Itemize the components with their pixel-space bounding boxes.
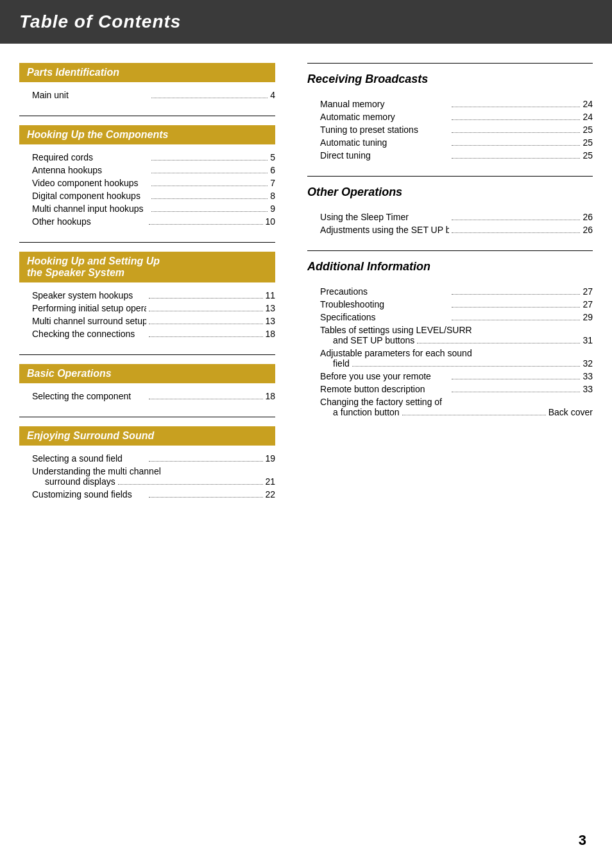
dots	[149, 324, 263, 324]
section-header-speaker: Hooking Up and Setting Upthe Speaker Sys…	[19, 252, 275, 282]
entry-text: Video component hookups	[32, 178, 149, 188]
toc-entry-required-cords: Required cords 5	[19, 152, 275, 162]
entry-text: Manual memory	[320, 99, 449, 109]
page-num: 21	[266, 476, 276, 487]
section-receiving-broadcasts: Receiving Broadcasts Manual memory 24 Au…	[307, 73, 593, 161]
page-num: 24	[582, 99, 593, 109]
entry-text: Customizing sound fields	[32, 489, 146, 499]
section-other-operations: Other Operations Using the Sleep Timer 2…	[307, 186, 593, 235]
section-header-other-ops: Other Operations	[307, 186, 593, 204]
page-num: 18	[266, 391, 276, 401]
entry-text: Digital component hookups	[32, 191, 149, 201]
section-header-additional: Additional Information	[307, 260, 593, 279]
continuation-text: a function button	[333, 407, 400, 417]
section-title-hooking: Hooking Up the Components	[27, 129, 268, 141]
toc-entry-factory-setting: Changing the factory setting of a functi…	[307, 397, 593, 417]
section-additional-info: Additional Information Precautions 27 Tr…	[307, 260, 593, 417]
toc-entry-manual-memory: Manual memory 24	[307, 99, 593, 109]
toc-entry-setup-button: Adjustments using the SET UP button 26	[307, 225, 593, 235]
toc-entry-other-hookups: Other hookups 10	[19, 216, 275, 227]
page-num: 5	[270, 152, 275, 162]
entry-text: Direct tuning	[320, 150, 449, 161]
divider	[19, 116, 275, 116]
entry-text: Required cords	[32, 152, 149, 162]
entry-text: Changing the factory setting of	[320, 397, 593, 407]
page-num: 33	[582, 384, 593, 394]
page-num: 24	[582, 112, 593, 122]
page-num: 31	[582, 335, 593, 345]
dots	[452, 307, 581, 308]
toc-entry-auto-memory: Automatic memory 24	[307, 112, 593, 122]
dots	[151, 186, 268, 186]
toc-entry-checking-connections: Checking the connections 18	[19, 329, 275, 339]
dots	[149, 336, 263, 337]
toc-entry-remote-button: Remote button description 33	[307, 384, 593, 394]
section-header-receiving: Receiving Broadcasts	[307, 73, 593, 91]
section-speaker-system: Hooking Up and Setting Upthe Speaker Sys…	[19, 252, 275, 339]
dots	[149, 298, 263, 299]
page-num: 27	[582, 286, 593, 297]
continuation-text: field	[333, 358, 350, 369]
page-num: 10	[266, 216, 276, 227]
right-column: Receiving Broadcasts Manual memory 24 Au…	[294, 63, 593, 515]
divider	[19, 354, 275, 355]
toc-entry-specifications: Specifications 29	[307, 312, 593, 322]
title-bar: Table of Contents	[0, 0, 612, 44]
toc-entry-multichannel-input: Multi channel input hookups 9	[19, 204, 275, 214]
toc-entry-troubleshooting: Troubleshooting 27	[307, 299, 593, 309]
entry-text: Multi channel input hookups	[32, 204, 149, 214]
page-num: 4	[270, 90, 275, 100]
section-title-basic: Basic Operations	[27, 368, 268, 379]
page-num: 6	[270, 165, 275, 175]
toc-entry-adjustable-params: Adjustable parameters for each sound fie…	[307, 348, 593, 369]
section-hooking-components: Hooking Up the Components Required cords…	[19, 125, 275, 227]
page-num: 7	[270, 178, 275, 188]
divider	[307, 63, 593, 64]
dots	[452, 294, 581, 295]
page-num: 19	[266, 453, 276, 464]
page-num: 25	[582, 125, 593, 135]
page-num: Back cover	[548, 407, 593, 417]
entry-text: Antenna hookups	[32, 165, 149, 175]
dots	[149, 461, 263, 462]
toc-entry-precautions: Precautions 27	[307, 286, 593, 297]
page-number: 3	[579, 832, 586, 849]
toc-entry-surround-setup: Multi channel surround setup 13	[19, 316, 275, 326]
section-title-surround: Enjoying Surround Sound	[27, 430, 268, 442]
entry-text: Specifications	[320, 312, 449, 322]
section-surround-sound: Enjoying Surround Sound Selecting a soun…	[19, 426, 275, 499]
page-num: 8	[270, 191, 275, 201]
toc-entry-before-remote: Before you use your remote 33	[307, 371, 593, 381]
entry-text: Tuning to preset stations	[320, 125, 449, 135]
entry-text: Adjustable parameters for each sound	[320, 348, 593, 358]
toc-entry-auto-tuning: Automatic tuning 25	[307, 137, 593, 148]
toc-entry-tuning-preset: Tuning to preset stations 25	[307, 125, 593, 135]
toc-entry-video: Video component hookups 7	[19, 178, 275, 188]
page: Table of Contents Parts Identification M…	[0, 0, 612, 868]
entry-text: Multi channel surround setup	[32, 316, 146, 326]
entry-text: Before you use your remote	[320, 371, 449, 381]
entry-text: Selecting the component	[32, 391, 146, 401]
dots	[452, 158, 581, 159]
entry-text: Automatic memory	[320, 112, 449, 122]
page-num: 18	[266, 329, 276, 339]
entry-text: Checking the connections	[32, 329, 146, 339]
section-header-surround: Enjoying Surround Sound	[19, 426, 275, 446]
divider	[19, 417, 275, 417]
dots	[151, 173, 268, 173]
dots	[452, 392, 581, 392]
toc-entry-selecting-component: Selecting the component 18	[19, 391, 275, 401]
entry-text: Precautions	[320, 286, 449, 297]
toc-entry-sound-field: Selecting a sound field 19	[19, 453, 275, 464]
dots	[151, 198, 268, 199]
entry-text: Automatic tuning	[320, 137, 449, 148]
entry-text: Speaker system hookups	[32, 290, 146, 300]
entry-text: Tables of settings using LEVEL/SURR	[320, 325, 593, 335]
section-title-additional: Additional Information	[307, 260, 593, 273]
page-num: 25	[582, 137, 593, 148]
entry-text: Performing initial setup operations	[32, 303, 146, 313]
page-num: 9	[270, 204, 275, 214]
entry-text: Using the Sleep Timer	[320, 212, 449, 222]
divider	[307, 250, 593, 251]
dots	[452, 132, 581, 133]
